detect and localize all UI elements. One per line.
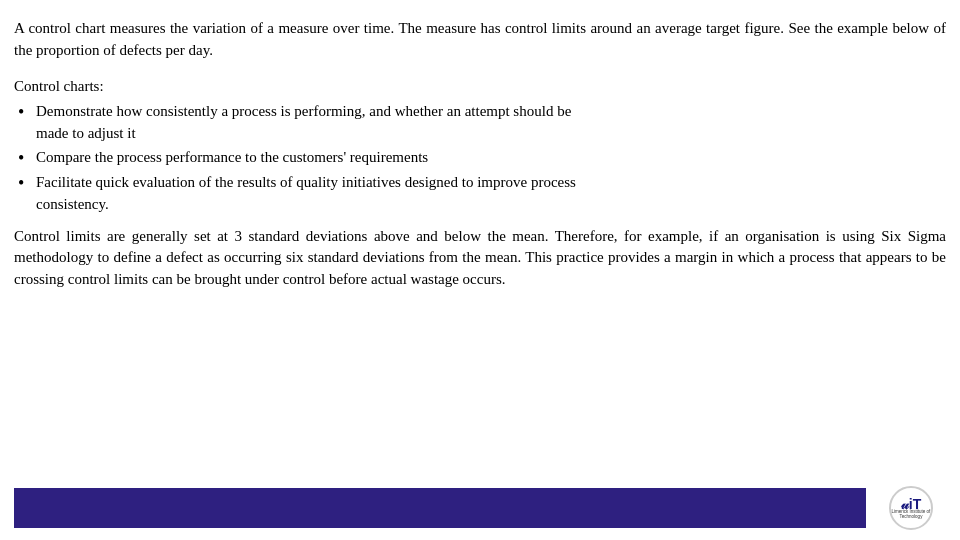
page: A control chart measures the variation o…: [0, 0, 960, 540]
content-area: A control chart measures the variation o…: [14, 18, 946, 474]
bullet-list: • Demonstrate how consistently a process…: [18, 101, 946, 215]
intro-paragraph: A control chart measures the variation o…: [14, 18, 946, 62]
logo-circle: 𝓊iT Limerick Institute of Technology: [889, 486, 933, 530]
bullet-dot-2: •: [18, 147, 34, 170]
footer-blue-bar: [14, 488, 866, 528]
bullet-text-3: Facilitate quick evaluation of the resul…: [36, 172, 946, 216]
list-item: • Facilitate quick evaluation of the res…: [18, 172, 946, 216]
list-item: • Compare the process performance to the…: [18, 147, 946, 170]
section-title: Control charts:: [14, 76, 946, 98]
footer-bar: 𝓊iT Limerick Institute of Technology: [14, 488, 946, 528]
bullet-dot-1: •: [18, 101, 34, 124]
bullet-dot-3: •: [18, 172, 34, 195]
logo-wrapper: 𝓊iT Limerick Institute of Technology: [891, 497, 931, 519]
list-item: • Demonstrate how consistently a process…: [18, 101, 946, 145]
logo-area: 𝓊iT Limerick Institute of Technology: [876, 488, 946, 528]
bullet-text-2: Compare the process performance to the c…: [36, 147, 946, 169]
closing-paragraph: Control limits are generally set at 3 st…: [14, 226, 946, 291]
logo-subtext: Limerick Institute of Technology: [891, 509, 931, 519]
bullet-text-1: Demonstrate how consistently a process i…: [36, 101, 946, 145]
